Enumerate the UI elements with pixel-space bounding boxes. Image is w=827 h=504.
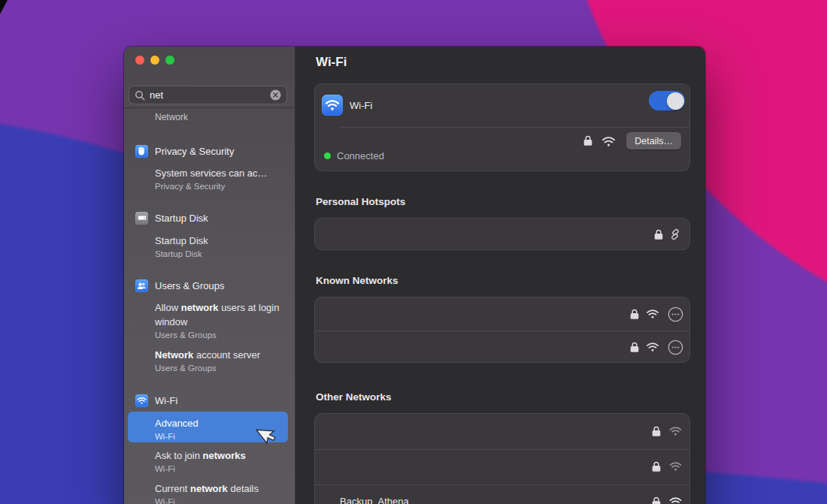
lock-icon [654,228,663,243]
known-network-row[interactable] [315,297,689,330]
search-result-ask-to-join[interactable]: Ask to join networks Wi-Fi [155,448,286,475]
result-title: Startup Disk [155,234,286,248]
wifi-signal-weak-icon [669,461,682,475]
wifi-signal-icon [669,496,682,504]
sidebar-item-wifi[interactable]: Wi-Fi [135,394,177,407]
lock-icon [652,496,661,504]
search-result-current-network-details[interactable]: Current network details Wi-Fi [155,481,286,504]
result-caption: Users & Groups [155,330,286,341]
result-title: Current network details [155,481,286,496]
search-input[interactable] [150,89,265,101]
known-network-row[interactable] [315,330,689,364]
link-icon [669,228,681,243]
search-result-network-account-server[interactable]: Network account server Users & Groups [155,348,286,374]
other-networks-card: Backup_Athena [314,413,690,504]
lock-icon [630,308,639,323]
result-title: Network account server [155,348,286,362]
sidebar-item-label: Startup Disk [155,213,208,224]
known-networks-card [314,297,690,363]
wifi-signal-icon [646,342,659,355]
internal-drive-icon [135,212,148,225]
wifi-card: Wi-Fi Connected [314,83,690,171]
sidebar-item-privacy-security[interactable]: Privacy & Security [135,144,234,158]
details-button[interactable]: Details… [626,132,681,149]
sidebar-item-network-caption[interactable]: Network [155,112,188,122]
wifi-toggle[interactable] [649,91,685,110]
wifi-pane: Wi-Fi Wi-Fi Connected [295,47,705,504]
wifi-signal-weak-icon [669,426,682,439]
wifi-toggle-label: Wi-Fi [350,100,372,111]
wifi-icon [135,394,148,407]
wifi-signal-icon [601,136,616,150]
hand-raised-icon [135,145,148,158]
sidebar-item-users-groups[interactable]: Users & Groups [135,279,224,292]
sidebar-item-startup-disk[interactable]: Startup Disk [135,211,208,225]
section-header-other-networks: Other Networks [316,391,392,403]
other-network-row[interactable] [315,449,689,484]
sidebar-item-label: Users & Groups [155,280,224,291]
lock-icon [652,460,661,475]
system-settings-window: Network Privacy & Security System servic… [124,47,705,504]
page-title: Wi-Fi [316,55,347,70]
section-header-known-networks: Known Networks [316,275,398,286]
lock-icon [652,425,661,440]
more-options-icon[interactable] [668,340,683,358]
sidebar: Network Privacy & Security System servic… [124,47,295,504]
screen-corner-artifact [0,0,8,14]
more-options-icon[interactable] [668,306,683,325]
lock-icon [583,134,592,149]
card-divider [341,127,689,128]
sidebar-item-label: Wi-Fi [155,395,177,406]
other-network-row[interactable] [315,414,689,449]
lock-icon [630,341,639,356]
zoom-button[interactable] [165,56,174,65]
search-result-system-services[interactable]: System services can ac… Privacy & Securi… [155,166,286,192]
result-caption: Startup Disk [155,249,286,260]
search-field[interactable] [129,86,287,104]
wifi-signal-icon [646,309,659,322]
connected-status-text: Connected [337,150,384,161]
result-title: Allow network users at login window [155,300,286,329]
other-network-row[interactable]: Backup_Athena [315,484,689,504]
result-caption: Privacy & Security [155,181,286,192]
search-icon [135,90,145,101]
toggle-knob [667,92,684,110]
minimize-button[interactable] [150,56,159,65]
close-button[interactable] [135,56,144,65]
personal-hotspots-card [314,218,690,250]
result-title: Ask to join networks [155,448,286,463]
two-people-icon [135,279,148,292]
sidebar-divider [124,107,295,108]
search-result-allow-network-users[interactable]: Allow network users at login window User… [155,300,286,341]
section-header-personal-hotspots: Personal Hotspots [316,196,405,207]
result-caption: Wi-Fi [155,496,286,504]
result-title: System services can ac… [155,166,286,180]
wifi-app-icon [322,95,343,116]
sidebar-item-label: Privacy & Security [155,146,234,157]
search-result-startup-disk[interactable]: Startup Disk Startup Disk [155,234,286,260]
clear-search-icon[interactable] [270,89,281,101]
desktop: Network Privacy & Security System servic… [0,0,827,504]
result-caption: Users & Groups [155,363,286,374]
network-name: Backup_Athena [340,496,409,504]
connected-status-icon [324,152,331,159]
result-caption: Wi-Fi [155,463,286,475]
